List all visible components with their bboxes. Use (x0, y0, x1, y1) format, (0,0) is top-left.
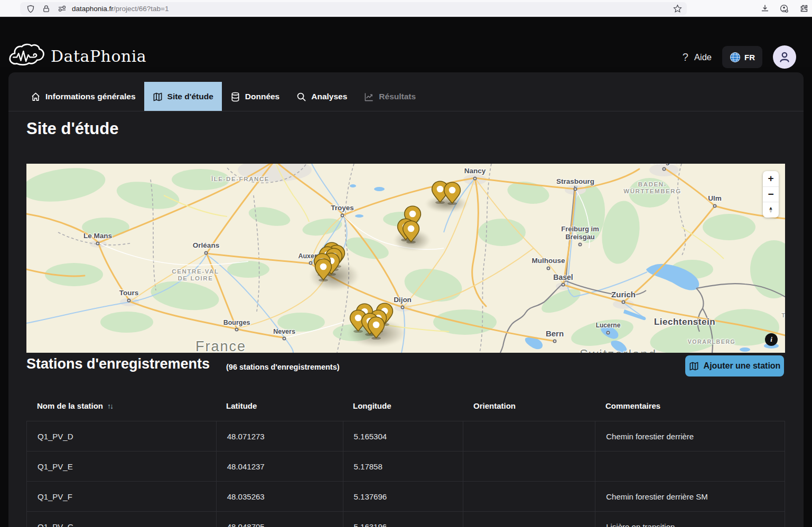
shield-icon[interactable] (26, 5, 35, 13)
home-icon (31, 92, 41, 102)
map-icon (689, 361, 699, 371)
stations-table: Nom de la station↑↓ Latitude Longitude O… (26, 391, 785, 527)
cell-latitude: 48.035263 (216, 482, 343, 511)
cell-latitude: 48.048705 (216, 512, 343, 527)
cell-longitude: 5.163196 (343, 512, 463, 527)
table-row[interactable]: Q1_PV_F 48.035263 5.137696 Chemin forest… (27, 481, 785, 511)
tab-resultats[interactable]: Résultats (356, 82, 424, 111)
language-selector[interactable]: FR (722, 46, 762, 68)
sort-icon[interactable]: ↑↓ (107, 402, 113, 410)
search-icon (296, 92, 306, 102)
station-marker[interactable] (402, 220, 420, 246)
person-icon (778, 50, 791, 64)
user-avatar[interactable] (773, 45, 796, 69)
cell-station-name: Q1_PV_E (27, 451, 216, 481)
tab-bar: Informations générales Site d'étude Donn… (22, 82, 424, 111)
help-icon: ? (683, 51, 688, 63)
tabs-divider (8, 111, 804, 111)
help-label: Aide (694, 52, 712, 62)
stations-heading: Stations d'enregistrements (26, 356, 210, 372)
cell-orientation (463, 421, 595, 451)
brand-title: DataPhonia (51, 47, 146, 65)
tab-donnees[interactable]: Données (222, 82, 288, 111)
cell-station-name: Q1_PV_D (27, 421, 216, 451)
downloads-icon[interactable] (761, 4, 769, 13)
cell-station-name: Q1_PV_G (27, 512, 216, 527)
url-bar[interactable]: dataphonia.fr/project/66?tab=1 (20, 2, 687, 15)
tab-label: Informations générales (45, 92, 136, 101)
map-marker-layer (26, 164, 785, 353)
cell-orientation (463, 451, 595, 481)
tab-label: Site d'étude (167, 92, 213, 101)
help-button[interactable]: ? Aide (683, 51, 712, 63)
cell-comment (595, 451, 785, 481)
language-label: FR (744, 53, 755, 62)
cell-comment: Chemin forestier derrière (595, 421, 785, 451)
stations-count: (96 stations d'enregistrements) (226, 363, 340, 371)
cell-orientation (463, 512, 595, 527)
cell-latitude: 48.071273 (216, 421, 343, 451)
add-station-button[interactable]: Ajouter une station (685, 355, 784, 377)
column-header-latitude: Latitude (216, 401, 342, 410)
table-row[interactable]: Q1_PV_E 48.041237 5.17858 (27, 451, 785, 481)
add-station-label: Ajouter une station (704, 361, 781, 371)
table-body: Q1_PV_D 48.071273 5.165304 Chemin forest… (26, 421, 785, 527)
column-header-name[interactable]: Nom de la station↑↓ (26, 401, 216, 410)
tab-label: Données (245, 92, 279, 101)
bookmark-star-icon[interactable] (673, 4, 682, 13)
tab-analyses[interactable]: Analyses (288, 82, 356, 111)
permissions-toggle-icon[interactable] (58, 5, 67, 13)
app-header: DataPhonia ? Aide FR (0, 17, 812, 67)
cell-longitude: 5.165304 (343, 421, 463, 451)
database-icon (230, 92, 240, 102)
cell-comment: Lisière en transition (595, 512, 785, 527)
extensions-puzzle-icon[interactable] (799, 4, 808, 13)
station-marker[interactable] (367, 316, 385, 342)
browser-chrome: dataphonia.fr/project/66?tab=1 (0, 0, 812, 17)
tab-informations-generales[interactable]: Informations générales (22, 82, 144, 111)
station-marker[interactable] (314, 258, 332, 284)
dataphonia-logo-icon (7, 43, 46, 69)
cell-orientation (463, 482, 595, 511)
url-text: dataphonia.fr/project/66?tab=1 (72, 5, 169, 13)
study-site-map[interactable]: ÎLE-DE-FRANCECENTRE-VAL DE LOIREBADEN- W… (26, 164, 785, 353)
cell-comment: Chemin forestier derrière SM (595, 482, 785, 511)
page-title: Site d'étude (26, 119, 118, 138)
zoom-in-button[interactable]: + (763, 171, 779, 186)
column-header-longitude: Longitude (342, 401, 463, 410)
cell-longitude: 5.137696 (343, 482, 463, 511)
cell-station-name: Q1_PV_F (27, 482, 216, 511)
tab-site-etude[interactable]: Site d'étude (144, 82, 222, 111)
pan-down-icon[interactable]: ▼ (769, 210, 773, 213)
column-header-orientation: Orientation (463, 401, 595, 410)
zoom-out-button[interactable]: − (763, 186, 779, 202)
pan-control[interactable]: ▲▼ (763, 202, 779, 218)
map-icon (153, 92, 163, 102)
table-row[interactable]: Q1_PV_G 48.048705 5.163196 Lisière en tr… (27, 511, 785, 527)
table-header: Nom de la station↑↓ Latitude Longitude O… (26, 391, 785, 421)
account-icon[interactable] (780, 4, 789, 13)
tab-label: Analyses (311, 92, 347, 101)
chart-line-icon (364, 92, 374, 102)
station-marker[interactable] (443, 182, 461, 207)
lock-icon[interactable] (42, 5, 50, 13)
globe-icon (730, 52, 741, 63)
table-row[interactable]: Q1_PV_D 48.071273 5.165304 Chemin forest… (27, 421, 785, 451)
cell-latitude: 48.041237 (216, 451, 343, 481)
cell-longitude: 5.17858 (343, 451, 463, 481)
column-header-comments: Commentaires (595, 401, 785, 410)
map-zoom-control: + − ▲▼ (763, 171, 779, 218)
map-info-button[interactable]: i (765, 333, 778, 346)
tab-label: Résultats (379, 92, 416, 101)
